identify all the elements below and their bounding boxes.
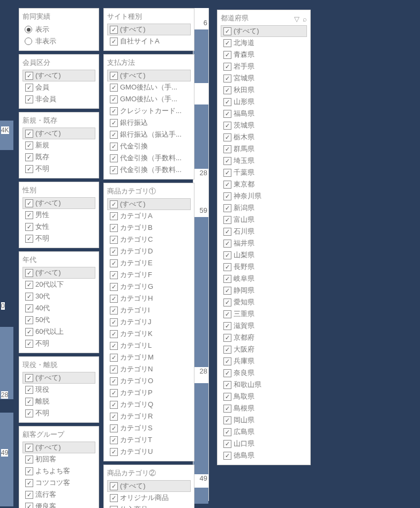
checkbox-item[interactable]: 優良客 (22, 500, 95, 508)
checkbox-item[interactable]: 長野県 (221, 261, 307, 273)
checkbox-item[interactable]: 自社サイトA (107, 35, 191, 47)
checkbox-item[interactable]: 宮城県 (221, 72, 307, 84)
checkbox-item[interactable]: オリジナル商品 (107, 492, 191, 504)
checkbox-item[interactable]: カテゴリK (107, 328, 191, 340)
checkbox-item[interactable]: 代金引換（手数料... (107, 152, 191, 164)
checkbox-all[interactable]: (すべて) (22, 372, 95, 384)
checkbox-item[interactable]: 岐阜県 (221, 273, 307, 285)
checkbox-item[interactable]: カテゴリM (107, 352, 191, 363)
checkbox-all[interactable]: (すべて) (22, 70, 95, 81)
checkbox-item[interactable]: 愛知県 (221, 296, 307, 308)
checkbox-item[interactable]: 50代 (22, 314, 95, 326)
search-icon[interactable]: ⌕ (303, 15, 307, 23)
checkbox-item[interactable]: カテゴリE (107, 257, 191, 269)
checkbox-item[interactable]: 徳島県 (221, 450, 307, 461)
checkbox-item[interactable]: 富山県 (221, 214, 307, 226)
checkbox-item[interactable]: 30代 (22, 290, 95, 302)
checkbox-item[interactable]: 秋田県 (221, 84, 307, 96)
checkbox-item[interactable]: カテゴリB (107, 222, 191, 234)
radio-show[interactable]: 表示 (22, 24, 95, 35)
checkbox-all[interactable]: (すべて) (22, 442, 95, 453)
checkbox-all[interactable]: (すべて) (107, 480, 191, 492)
checkbox-item[interactable]: 神奈川県 (221, 190, 307, 202)
checkbox-item[interactable]: 大阪府 (221, 343, 307, 355)
checkbox-item[interactable]: 不明 (22, 163, 95, 175)
checkbox-item[interactable]: カテゴリH (107, 293, 191, 304)
checkbox-item[interactable]: 仕入商品 (107, 504, 191, 508)
radio-hide[interactable]: 非表示 (22, 35, 95, 47)
checkbox-item[interactable]: 60代以上 (22, 326, 95, 338)
checkbox-item[interactable]: クレジットカード... (107, 105, 191, 117)
checkbox-item[interactable]: 山形県 (221, 96, 307, 108)
checkbox-item[interactable]: 広島県 (221, 426, 307, 438)
checkbox-item[interactable]: 福井県 (221, 237, 307, 249)
checkbox-item[interactable]: 茨城県 (221, 119, 307, 131)
checkbox-item[interactable]: 非会員 (22, 93, 95, 105)
checkbox-item[interactable]: 既存 (22, 151, 95, 163)
checkbox-all[interactable]: (すべて) (22, 267, 95, 279)
checkbox-item[interactable]: 北海道 (221, 37, 307, 49)
checkbox-all[interactable]: (すべて) (107, 70, 191, 81)
checkbox-item[interactable]: コツコツ客 (22, 477, 95, 489)
checkbox-item[interactable]: 流行客 (22, 489, 95, 500)
checkbox-item[interactable]: 不明 (22, 338, 95, 349)
checkbox-item[interactable]: 新潟県 (221, 202, 307, 214)
checkbox-item[interactable]: 青森県 (221, 49, 307, 61)
checkbox-item[interactable]: GMO後払い（手... (107, 81, 191, 93)
checkbox-item[interactable]: GMO後払い（手... (107, 93, 191, 105)
checkbox-item[interactable]: 銀行振込（振込手... (107, 129, 191, 140)
checkbox-item[interactable]: 銀行振込 (107, 117, 191, 129)
checkbox-item[interactable]: カテゴリF (107, 269, 191, 281)
checkbox-item[interactable]: 不明 (22, 407, 95, 419)
checkbox-item[interactable]: 鳥取県 (221, 391, 307, 402)
checkbox-item[interactable]: カテゴリI (107, 304, 191, 316)
checkbox-all[interactable]: (すべて) (22, 128, 95, 139)
checkbox-item[interactable]: 滋賀県 (221, 320, 307, 332)
checkbox-item[interactable]: 京都府 (221, 332, 307, 343)
checkbox-item[interactable]: カテゴリL (107, 340, 191, 352)
checkbox-item[interactable]: 現役 (22, 384, 95, 395)
checkbox-all[interactable]: (すべて) (22, 197, 95, 209)
checkbox-item[interactable]: 会員 (22, 81, 95, 93)
checkbox-item[interactable]: 千葉県 (221, 167, 307, 178)
checkbox-item[interactable]: 岩手県 (221, 61, 307, 72)
checkbox-item[interactable]: 静岡県 (221, 285, 307, 296)
checkbox-item[interactable]: よちよち客 (22, 465, 95, 477)
checkbox-item[interactable]: カテゴリU (107, 446, 191, 458)
checkbox-item[interactable]: 石川県 (221, 226, 307, 237)
checkbox-item[interactable]: 初回客 (22, 453, 95, 465)
checkbox-item[interactable]: カテゴリT (107, 434, 191, 446)
checkbox-item[interactable]: 20代以下 (22, 279, 95, 290)
checkbox-item[interactable]: 兵庫県 (221, 355, 307, 367)
checkbox-item[interactable]: 和歌山県 (221, 379, 307, 391)
checkbox-item[interactable]: 離脱 (22, 395, 95, 407)
checkbox-item[interactable]: カテゴリN (107, 363, 191, 375)
checkbox-all[interactable]: (すべて) (107, 24, 191, 35)
checkbox-item[interactable]: 山梨県 (221, 249, 307, 261)
checkbox-item[interactable]: カテゴリD (107, 245, 191, 257)
checkbox-item[interactable]: 栃木県 (221, 131, 307, 143)
checkbox-item[interactable]: カテゴリC (107, 234, 191, 245)
checkbox-item[interactable]: カテゴリP (107, 387, 191, 399)
checkbox-item[interactable]: カテゴリR (107, 410, 191, 422)
checkbox-item[interactable]: 新規 (22, 139, 95, 151)
checkbox-item[interactable]: 不明 (22, 233, 95, 244)
checkbox-item[interactable]: カテゴリJ (107, 316, 191, 328)
checkbox-item[interactable]: 女性 (22, 221, 95, 233)
checkbox-item[interactable]: 福島県 (221, 108, 307, 119)
checkbox-item[interactable]: 岡山県 (221, 414, 307, 426)
checkbox-item[interactable]: 群馬県 (221, 143, 307, 155)
checkbox-item[interactable]: カテゴリG (107, 281, 191, 293)
checkbox-all[interactable]: (すべて) (221, 25, 307, 37)
filter-icon[interactable]: ▽ (294, 15, 299, 23)
checkbox-item[interactable]: 男性 (22, 209, 95, 221)
checkbox-item[interactable]: 島根県 (221, 402, 307, 414)
checkbox-item[interactable]: カテゴリO (107, 375, 191, 387)
checkbox-item[interactable]: 東京都 (221, 178, 307, 190)
checkbox-item[interactable]: カテゴリS (107, 422, 191, 434)
checkbox-item[interactable]: 代金引換（手数料... (107, 164, 191, 176)
checkbox-all[interactable]: (すべて) (107, 198, 191, 210)
checkbox-item[interactable]: 40代 (22, 302, 95, 314)
checkbox-item[interactable]: カテゴリA (107, 210, 191, 222)
checkbox-item[interactable]: 代金引換 (107, 140, 191, 152)
